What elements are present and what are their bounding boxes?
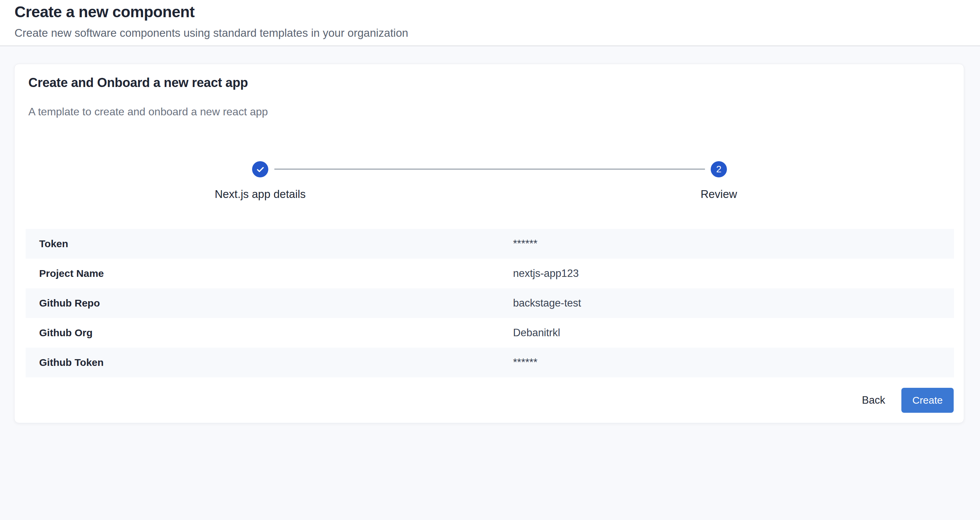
review-table: Token ****** Project Name nextjs-app123 … bbox=[25, 229, 954, 377]
table-row: Github Token ****** bbox=[25, 348, 954, 377]
row-label: Github Token bbox=[25, 357, 513, 368]
card-actions: Back Create bbox=[854, 388, 954, 413]
page-header: Create a new component Create new softwa… bbox=[0, 0, 980, 46]
row-value: ****** bbox=[513, 357, 954, 369]
row-label: Github Repo bbox=[25, 297, 513, 309]
table-row: Github Repo backstage-test bbox=[25, 289, 954, 318]
step-number: 2 bbox=[716, 165, 722, 174]
step-label-review: Review bbox=[617, 187, 820, 201]
step-connector-line bbox=[274, 169, 705, 170]
card-subtitle: A template to create and onboard a new r… bbox=[29, 105, 268, 118]
row-value: nextjs-app123 bbox=[513, 268, 954, 279]
create-button[interactable]: Create bbox=[901, 388, 954, 413]
step-indicator-active: 2 bbox=[711, 161, 727, 178]
page-title: Create a new component bbox=[14, 3, 194, 21]
row-value: ****** bbox=[513, 238, 954, 250]
page-subtitle: Create new software components using sta… bbox=[14, 26, 408, 40]
row-label: Github Org bbox=[25, 327, 513, 339]
table-row: Project Name nextjs-app123 bbox=[25, 258, 954, 289]
step-indicator-completed bbox=[252, 161, 268, 178]
check-icon bbox=[256, 165, 265, 174]
row-label: Token bbox=[25, 238, 513, 249]
back-button[interactable]: Back bbox=[854, 388, 893, 413]
row-value: backstage-test bbox=[513, 297, 954, 309]
table-row: Token ****** bbox=[25, 229, 954, 258]
template-card: Create and Onboard a new react app A tem… bbox=[14, 64, 964, 423]
card-title: Create and Onboard a new react app bbox=[29, 75, 248, 91]
row-label: Project Name bbox=[25, 268, 513, 279]
step-label-nextjs-app-details: Next.js app details bbox=[159, 187, 361, 201]
row-value: Debanitrkl bbox=[513, 327, 954, 339]
table-row: Github Org Debanitrkl bbox=[25, 318, 954, 348]
